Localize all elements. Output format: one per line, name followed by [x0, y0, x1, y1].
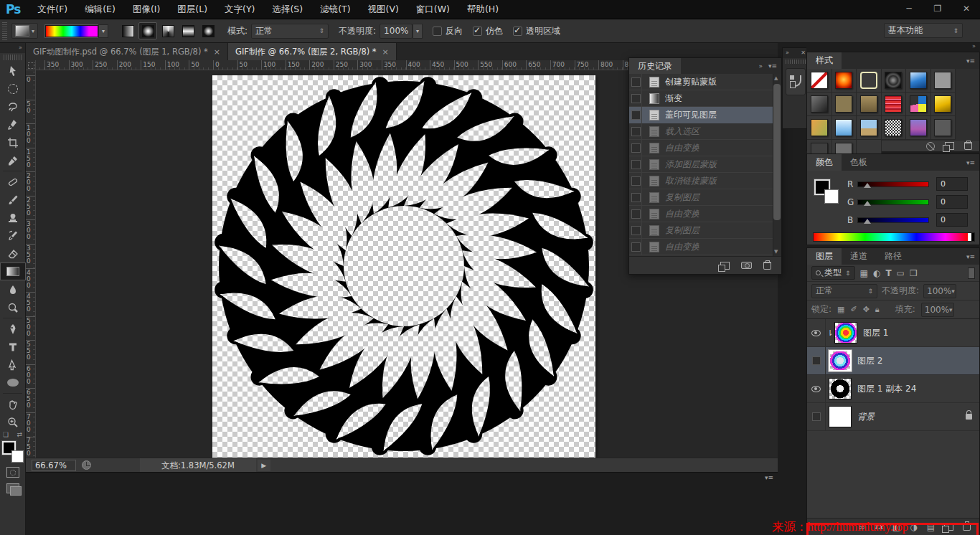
- blend-mode-select[interactable]: 正常 ⇕: [251, 24, 329, 39]
- history-source-well[interactable]: [629, 90, 642, 107]
- history-item[interactable]: 自由变换: [629, 239, 781, 255]
- layer-row[interactable]: ⇂ 图层 1: [807, 319, 979, 347]
- history-item[interactable]: 添加图层蒙版: [629, 156, 781, 173]
- checkbox-icon[interactable]: [473, 27, 482, 36]
- vertical-ruler[interactable]: 0501001502002503003504004505005506006507…: [26, 70, 36, 473]
- layer-blend-mode-select[interactable]: 正常 ⇕: [811, 284, 877, 298]
- eyedropper-tool[interactable]: [0, 151, 26, 169]
- lasso-tool[interactable]: [0, 98, 26, 115]
- close-icon[interactable]: ×: [382, 47, 389, 57]
- eye-icon[interactable]: [811, 386, 821, 392]
- lock-transparency-icon[interactable]: ▦: [837, 305, 844, 314]
- linear-gradient-button[interactable]: [118, 22, 137, 39]
- history-source-well[interactable]: [629, 156, 642, 173]
- healing-brush-tool[interactable]: [0, 173, 26, 191]
- slider-thumb[interactable]: [864, 183, 871, 188]
- adjustment-filter-icon[interactable]: ◐: [873, 268, 880, 278]
- opacity-dropdown-button[interactable]: ▾: [413, 24, 423, 39]
- history-item[interactable]: 自由变换: [629, 140, 781, 156]
- visibility-well[interactable]: [807, 403, 826, 431]
- style-swatch[interactable]: [882, 93, 907, 116]
- panel-menu-icon[interactable]: ▾≡: [966, 159, 979, 166]
- quick-selection-tool[interactable]: [0, 115, 26, 133]
- brush-tool[interactable]: [0, 191, 26, 209]
- scroll-down-icon[interactable]: ▼: [774, 249, 780, 255]
- style-swatch[interactable]: [906, 116, 931, 140]
- diamond-gradient-button[interactable]: [199, 22, 217, 39]
- menu-item[interactable]: 滤镜(T): [311, 0, 359, 19]
- style-swatch[interactable]: [906, 69, 931, 93]
- new-document-from-state-button[interactable]: [720, 262, 730, 270]
- tab-paths[interactable]: 路径: [876, 248, 910, 265]
- style-swatch[interactable]: [807, 116, 832, 140]
- delete-state-button[interactable]: [763, 262, 771, 270]
- dodge-tool[interactable]: [0, 298, 26, 316]
- style-swatch[interactable]: [857, 69, 882, 93]
- history-source-well[interactable]: [629, 222, 642, 239]
- status-menu-arrow[interactable]: ▶: [258, 460, 270, 471]
- canvas[interactable]: [212, 75, 595, 458]
- marquee-tool[interactable]: [0, 80, 26, 98]
- ruler-origin-box[interactable]: [26, 60, 36, 70]
- hidden-visibility-box[interactable]: [812, 356, 821, 365]
- panel-menu-icon[interactable]: ▾≡: [966, 253, 979, 260]
- layer-thumbnail[interactable]: [829, 378, 852, 399]
- history-source-well[interactable]: [629, 74, 642, 90]
- collapse-panel-icon[interactable]: »: [758, 62, 763, 70]
- window-control-button[interactable]: ❐: [930, 0, 946, 17]
- shape-tool[interactable]: [0, 374, 26, 392]
- menu-item[interactable]: 窗口(W): [407, 0, 458, 19]
- layer-name[interactable]: 图层 1: [863, 327, 888, 339]
- smart-object-filter-icon[interactable]: ❒: [910, 268, 918, 278]
- menu-item[interactable]: 文字(Y): [216, 0, 263, 19]
- eye-icon[interactable]: [811, 330, 821, 336]
- gradient-picker[interactable]: ▾: [45, 24, 108, 38]
- window-control-button[interactable]: ─: [901, 0, 917, 17]
- layer-name[interactable]: 图层 1 副本 24: [857, 383, 916, 395]
- blur-tool[interactable]: [0, 280, 26, 298]
- history-item[interactable]: 创建剪贴蒙版: [629, 74, 781, 90]
- history-source-well[interactable]: [629, 173, 642, 189]
- slider-thumb[interactable]: [864, 219, 871, 224]
- delete-style-button[interactable]: [964, 142, 972, 150]
- history-source-well[interactable]: [629, 239, 642, 255]
- layer-name[interactable]: 背景: [857, 411, 875, 423]
- tool-preset-picker[interactable]: ▾: [11, 23, 38, 39]
- fill-input[interactable]: 100% ▾: [921, 303, 954, 317]
- document-tab[interactable]: GIF动图制作.psd @ 66.7% (图层 1, RGB/8) * ×: [26, 43, 228, 60]
- clear-style-button[interactable]: [926, 142, 935, 151]
- history-item[interactable]: 复制图层: [629, 189, 781, 206]
- visibility-well[interactable]: [807, 347, 826, 375]
- layer-thumbnail[interactable]: [829, 350, 852, 371]
- panel-menu-icon[interactable]: ▾≡: [765, 474, 773, 481]
- gradient-tool[interactable]: [0, 262, 26, 280]
- style-swatch[interactable]: [931, 69, 956, 93]
- type-filter-icon[interactable]: T: [885, 268, 891, 278]
- radial-gradient-button[interactable]: [138, 22, 157, 39]
- menu-item[interactable]: 帮助(H): [458, 0, 507, 19]
- document-tab[interactable]: GIF制作 @ 66.7% (图层 2, RGB/8) * ×: [228, 43, 397, 60]
- workspace-switcher[interactable]: 基本功能 ⇕: [884, 23, 963, 38]
- crop-tool[interactable]: [0, 133, 26, 151]
- slider-track[interactable]: [857, 199, 929, 205]
- menu-item[interactable]: 选择(S): [263, 0, 311, 19]
- reflected-gradient-button[interactable]: [179, 22, 197, 39]
- style-swatch[interactable]: [832, 116, 857, 140]
- panel-menu-icon[interactable]: ▾≡: [768, 62, 777, 70]
- style-swatch[interactable]: [807, 93, 832, 116]
- history-item[interactable]: 盖印可见图层: [629, 107, 781, 123]
- angle-gradient-button[interactable]: [159, 22, 177, 39]
- channel-value-field[interactable]: 0: [936, 195, 968, 209]
- screen-mode-button[interactable]: [6, 483, 19, 493]
- hidden-visibility-box[interactable]: [812, 412, 821, 421]
- checkbox-icon[interactable]: [433, 27, 442, 36]
- history-source-well[interactable]: [629, 140, 642, 156]
- lock-all-icon[interactable]: 🔒︎: [875, 305, 880, 314]
- history-source-well[interactable]: [629, 206, 642, 222]
- option-checkbox[interactable]: 透明区域: [513, 25, 560, 37]
- option-checkbox[interactable]: 仿色: [473, 25, 503, 37]
- slider-track[interactable]: [857, 217, 929, 223]
- layer-row[interactable]: ⇂ 图层 2: [807, 347, 979, 375]
- style-swatch[interactable]: [857, 116, 882, 140]
- panel-menu-icon[interactable]: ▾≡: [966, 57, 979, 65]
